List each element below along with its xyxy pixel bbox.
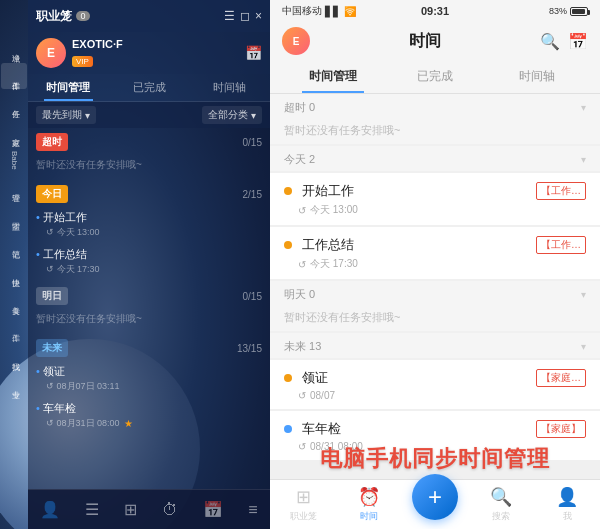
search-nav-label: 搜索: [492, 510, 510, 523]
car-title-wrap: 车年检: [284, 419, 341, 438]
right-task-meta-start-work: ↺ 今天 13:00: [284, 203, 586, 217]
work-summary-tag: 【工作…: [536, 236, 586, 254]
car-tag: 【家庭】: [536, 420, 586, 438]
right-nav-add[interactable]: +: [402, 489, 468, 520]
right-tab-time-mgmt[interactable]: 时间管理: [282, 60, 384, 93]
task-time-start-work: 今天 13:00: [46, 226, 100, 239]
left-nav-person[interactable]: 👤: [40, 500, 60, 519]
left-bottom-nav: 👤 ☰ ⊞ ⏱ 📅 ≡: [28, 489, 270, 529]
left-nav-menu[interactable]: ≡: [248, 501, 257, 519]
sidebar-icon-food[interactable]: 美食: [1, 287, 27, 313]
right-tabs: 时间管理 已完成 时间轴: [270, 60, 600, 94]
car-star-icon: ★: [124, 418, 133, 429]
start-work-tag: 【工作…: [536, 182, 586, 200]
sidebar-icon-work[interactable]: 工作: [1, 63, 27, 89]
right-section-title-today: 今天 2: [284, 152, 315, 167]
battery-pct-text: 83%: [549, 6, 567, 16]
left-topbar: 职业笼 0 ☰ ◻ ×: [28, 0, 270, 32]
sidebar-icon-work2[interactable]: 工作: [1, 315, 27, 341]
workbench-label: 职业笼: [290, 510, 317, 523]
section-label-tomorrow: 明日: [36, 287, 68, 305]
right-empty-tomorrow: 暂时还没有任务安排哦~: [270, 306, 600, 331]
status-bar: 中国移动 ▋▋ 🛜 09:31 83%: [270, 0, 600, 22]
task-item-car[interactable]: 车年检 08月31日 08:00 ★: [28, 397, 270, 434]
right-nav-workbench[interactable]: ⊞ 职业笼: [270, 486, 336, 523]
sidebar-icon-babe[interactable]: Babe: [1, 147, 27, 173]
right-nav-time[interactable]: ⏰ 时间: [336, 486, 402, 523]
battery-bar: [570, 7, 588, 16]
right-task-time-start-work: 今天 13:00: [310, 203, 358, 217]
right-content[interactable]: 超时 0 ▾ 暂时还没有任务安排哦~ 今天 2 ▾ 开始工作 【工作…: [270, 94, 600, 479]
empty-tomorrow: 暂时还没有任务安排哦~: [28, 308, 270, 332]
right-task-start-work[interactable]: 开始工作 【工作… ↺ 今天 13:00: [270, 173, 600, 225]
topbar-grid-icon[interactable]: ◻: [240, 9, 250, 23]
right-section-overdue: 超时 0 ▾ 暂时还没有任务安排哦~: [270, 94, 600, 144]
right-section-header-future: 未来 13 ▾: [270, 333, 600, 358]
left-tab-time-mgmt[interactable]: 时间管理: [28, 74, 109, 101]
right-nav-me[interactable]: 👤 我: [534, 486, 600, 523]
work-summary-title-text: 工作总结: [302, 237, 354, 252]
task-title-cert: 领证: [36, 364, 262, 379]
wifi-icon: 🛜: [344, 6, 356, 17]
right-tab-timeline[interactable]: 时间轴: [486, 60, 588, 93]
task-item-work-summary[interactable]: 工作总结 今天 17:30: [28, 243, 270, 280]
sort-filter-btn[interactable]: 最先到期 ▾: [36, 106, 96, 124]
task-title-car: 车年检: [36, 401, 262, 416]
section-label-today: 今日: [36, 185, 68, 203]
sidebar-icon-pro[interactable]: 专业: [1, 371, 27, 397]
right-task-car[interactable]: 车年检 【家庭】 ↺ 08/31 08:00: [270, 411, 600, 460]
sidebar-icon-task[interactable]: 任务: [1, 91, 27, 117]
sidebar-icon-family[interactable]: 家庭: [1, 119, 27, 145]
right-task-top-start-work: 开始工作 【工作…: [284, 181, 586, 200]
task-item-start-work[interactable]: 开始工作 今天 13:00: [28, 206, 270, 243]
cert-title-text: 领证: [302, 370, 328, 385]
right-task-cert[interactable]: 领证 【家庭… ↺ 08/07: [270, 360, 600, 409]
right-tab-completed[interactable]: 已完成: [384, 60, 486, 93]
section-tomorrow: 明日 0/15 暂时还没有任务安排哦~: [28, 282, 270, 332]
right-nav-search[interactable]: 🔍 搜索: [468, 486, 534, 523]
topbar-close-icon[interactable]: ×: [255, 9, 262, 23]
task-meta-car: 08月31日 08:00 ★: [36, 417, 262, 430]
start-work-dot: [284, 187, 292, 195]
left-nav-grid[interactable]: ⊞: [124, 500, 137, 519]
right-section-today: 今天 2 ▾ 开始工作 【工作… ↺ 今天 13:00: [270, 146, 600, 279]
left-tab-timeline[interactable]: 时间轴: [189, 74, 270, 101]
sidebar-icon-group[interactable]: 团室: [1, 203, 27, 229]
task-list[interactable]: 超时 0/15 暂时还没有任务安排哦~ 今日 2/15 开始工作 今天 13:0…: [28, 128, 270, 489]
left-tab-completed[interactable]: 已完成: [109, 74, 190, 101]
carrier-text: 中国移动: [282, 4, 322, 18]
right-task-work-summary[interactable]: 工作总结 【工作… ↺ 今天 17:30: [270, 227, 600, 279]
right-empty-overdue: 暂时还没有任务安排哦~: [270, 119, 600, 144]
section-overdue: 超时 0/15 暂时还没有任务安排哦~: [28, 128, 270, 178]
right-bottom-nav: ⊞ 职业笼 ⏰ 时间 + 🔍 搜索 👤 我: [270, 479, 600, 529]
sidebar-icon-mgmt[interactable]: 管理: [1, 175, 27, 201]
clock-icon-car: ↺: [298, 441, 306, 452]
sidebar-icon-notes[interactable]: 笔记: [1, 231, 27, 257]
category-filter-btn[interactable]: 全部分类 ▾: [202, 106, 262, 124]
profile-info: EXOTIC·F VIP: [72, 38, 123, 68]
sidebar-icon-me[interactable]: 找我: [1, 343, 27, 369]
right-section-header-overdue: 超时 0 ▾: [270, 94, 600, 119]
app-header-avatar[interactable]: E: [282, 27, 310, 55]
calendar-icon[interactable]: 📅: [245, 45, 262, 61]
filter-bar: 最先到期 ▾ 全部分类 ▾: [28, 102, 270, 128]
left-nav-clock[interactable]: ⏱: [162, 501, 178, 519]
search-icon[interactable]: 🔍: [540, 32, 560, 51]
task-meta-start-work: 今天 13:00: [36, 226, 262, 239]
right-section-tomorrow: 明天 0 ▾ 暂时还没有任务安排哦~: [270, 281, 600, 331]
section-count-tomorrow: 0/15: [243, 291, 262, 302]
topbar-title: 职业笼: [36, 8, 72, 25]
topbar-menu-icon[interactable]: ☰: [224, 9, 235, 23]
left-topbar-left: 职业笼 0: [36, 8, 90, 25]
add-button[interactable]: +: [412, 474, 458, 520]
calendar-header-icon[interactable]: 📅: [568, 32, 588, 51]
left-nav-list[interactable]: ☰: [85, 500, 99, 519]
sidebar-icon-fast[interactable]: 快捷: [1, 259, 27, 285]
status-time: 09:31: [421, 5, 449, 17]
sidebar-icon-filter[interactable]: 净城: [1, 35, 27, 61]
left-nav-calendar[interactable]: 📅: [203, 500, 223, 519]
task-item-cert[interactable]: 领证 08月07日 03:11: [28, 360, 270, 397]
section-count-future: 13/15: [237, 343, 262, 354]
right-task-time-work-summary: 今天 17:30: [310, 257, 358, 271]
avatar[interactable]: E: [36, 38, 66, 68]
